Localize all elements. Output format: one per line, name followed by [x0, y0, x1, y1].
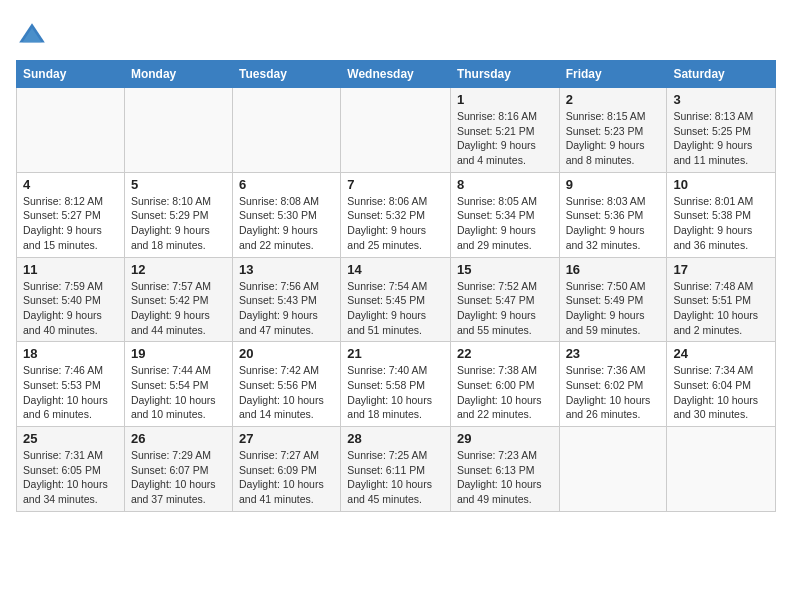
- empty-cell: [667, 427, 776, 512]
- weekday-header-saturday: Saturday: [667, 61, 776, 88]
- day-info: Sunrise: 7:25 AM Sunset: 6:11 PM Dayligh…: [347, 448, 444, 507]
- day-number: 2: [566, 92, 661, 107]
- day-number: 24: [673, 346, 769, 361]
- day-cell-4: 4Sunrise: 8:12 AM Sunset: 5:27 PM Daylig…: [17, 172, 125, 257]
- day-cell-14: 14Sunrise: 7:54 AM Sunset: 5:45 PM Dayli…: [341, 257, 451, 342]
- day-number: 9: [566, 177, 661, 192]
- empty-cell: [233, 88, 341, 173]
- day-info: Sunrise: 7:31 AM Sunset: 6:05 PM Dayligh…: [23, 448, 118, 507]
- day-info: Sunrise: 8:12 AM Sunset: 5:27 PM Dayligh…: [23, 194, 118, 253]
- day-cell-22: 22Sunrise: 7:38 AM Sunset: 6:00 PM Dayli…: [450, 342, 559, 427]
- day-cell-7: 7Sunrise: 8:06 AM Sunset: 5:32 PM Daylig…: [341, 172, 451, 257]
- logo-icon: [16, 20, 48, 52]
- week-row-3: 11Sunrise: 7:59 AM Sunset: 5:40 PM Dayli…: [17, 257, 776, 342]
- day-info: Sunrise: 7:38 AM Sunset: 6:00 PM Dayligh…: [457, 363, 553, 422]
- day-number: 5: [131, 177, 226, 192]
- day-info: Sunrise: 8:10 AM Sunset: 5:29 PM Dayligh…: [131, 194, 226, 253]
- day-cell-21: 21Sunrise: 7:40 AM Sunset: 5:58 PM Dayli…: [341, 342, 451, 427]
- day-info: Sunrise: 7:52 AM Sunset: 5:47 PM Dayligh…: [457, 279, 553, 338]
- day-number: 21: [347, 346, 444, 361]
- day-number: 29: [457, 431, 553, 446]
- empty-cell: [559, 427, 667, 512]
- day-number: 11: [23, 262, 118, 277]
- day-cell-17: 17Sunrise: 7:48 AM Sunset: 5:51 PM Dayli…: [667, 257, 776, 342]
- day-number: 25: [23, 431, 118, 446]
- day-info: Sunrise: 8:13 AM Sunset: 5:25 PM Dayligh…: [673, 109, 769, 168]
- day-number: 19: [131, 346, 226, 361]
- day-info: Sunrise: 7:40 AM Sunset: 5:58 PM Dayligh…: [347, 363, 444, 422]
- calendar-header: SundayMondayTuesdayWednesdayThursdayFrid…: [17, 61, 776, 88]
- day-number: 13: [239, 262, 334, 277]
- day-number: 1: [457, 92, 553, 107]
- day-number: 15: [457, 262, 553, 277]
- day-info: Sunrise: 8:01 AM Sunset: 5:38 PM Dayligh…: [673, 194, 769, 253]
- day-cell-27: 27Sunrise: 7:27 AM Sunset: 6:09 PM Dayli…: [233, 427, 341, 512]
- weekday-header-monday: Monday: [124, 61, 232, 88]
- day-cell-15: 15Sunrise: 7:52 AM Sunset: 5:47 PM Dayli…: [450, 257, 559, 342]
- day-cell-28: 28Sunrise: 7:25 AM Sunset: 6:11 PM Dayli…: [341, 427, 451, 512]
- day-number: 28: [347, 431, 444, 446]
- day-info: Sunrise: 7:56 AM Sunset: 5:43 PM Dayligh…: [239, 279, 334, 338]
- day-info: Sunrise: 7:34 AM Sunset: 6:04 PM Dayligh…: [673, 363, 769, 422]
- day-number: 16: [566, 262, 661, 277]
- calendar-body: 1Sunrise: 8:16 AM Sunset: 5:21 PM Daylig…: [17, 88, 776, 512]
- day-info: Sunrise: 8:15 AM Sunset: 5:23 PM Dayligh…: [566, 109, 661, 168]
- day-info: Sunrise: 7:46 AM Sunset: 5:53 PM Dayligh…: [23, 363, 118, 422]
- day-info: Sunrise: 7:59 AM Sunset: 5:40 PM Dayligh…: [23, 279, 118, 338]
- page-header: [16, 16, 776, 52]
- day-cell-25: 25Sunrise: 7:31 AM Sunset: 6:05 PM Dayli…: [17, 427, 125, 512]
- day-cell-23: 23Sunrise: 7:36 AM Sunset: 6:02 PM Dayli…: [559, 342, 667, 427]
- day-cell-26: 26Sunrise: 7:29 AM Sunset: 6:07 PM Dayli…: [124, 427, 232, 512]
- day-cell-20: 20Sunrise: 7:42 AM Sunset: 5:56 PM Dayli…: [233, 342, 341, 427]
- empty-cell: [17, 88, 125, 173]
- day-info: Sunrise: 8:06 AM Sunset: 5:32 PM Dayligh…: [347, 194, 444, 253]
- day-cell-11: 11Sunrise: 7:59 AM Sunset: 5:40 PM Dayli…: [17, 257, 125, 342]
- week-row-1: 1Sunrise: 8:16 AM Sunset: 5:21 PM Daylig…: [17, 88, 776, 173]
- logo: [16, 20, 52, 52]
- day-number: 17: [673, 262, 769, 277]
- day-number: 20: [239, 346, 334, 361]
- day-cell-12: 12Sunrise: 7:57 AM Sunset: 5:42 PM Dayli…: [124, 257, 232, 342]
- day-number: 12: [131, 262, 226, 277]
- day-number: 22: [457, 346, 553, 361]
- day-info: Sunrise: 8:16 AM Sunset: 5:21 PM Dayligh…: [457, 109, 553, 168]
- weekday-header-friday: Friday: [559, 61, 667, 88]
- empty-cell: [341, 88, 451, 173]
- week-row-2: 4Sunrise: 8:12 AM Sunset: 5:27 PM Daylig…: [17, 172, 776, 257]
- week-row-5: 25Sunrise: 7:31 AM Sunset: 6:05 PM Dayli…: [17, 427, 776, 512]
- day-number: 26: [131, 431, 226, 446]
- day-cell-29: 29Sunrise: 7:23 AM Sunset: 6:13 PM Dayli…: [450, 427, 559, 512]
- day-number: 3: [673, 92, 769, 107]
- day-cell-8: 8Sunrise: 8:05 AM Sunset: 5:34 PM Daylig…: [450, 172, 559, 257]
- day-info: Sunrise: 7:57 AM Sunset: 5:42 PM Dayligh…: [131, 279, 226, 338]
- weekday-header-row: SundayMondayTuesdayWednesdayThursdayFrid…: [17, 61, 776, 88]
- weekday-header-sunday: Sunday: [17, 61, 125, 88]
- day-cell-3: 3Sunrise: 8:13 AM Sunset: 5:25 PM Daylig…: [667, 88, 776, 173]
- day-number: 6: [239, 177, 334, 192]
- day-number: 10: [673, 177, 769, 192]
- day-cell-2: 2Sunrise: 8:15 AM Sunset: 5:23 PM Daylig…: [559, 88, 667, 173]
- day-cell-9: 9Sunrise: 8:03 AM Sunset: 5:36 PM Daylig…: [559, 172, 667, 257]
- day-info: Sunrise: 7:48 AM Sunset: 5:51 PM Dayligh…: [673, 279, 769, 338]
- day-cell-16: 16Sunrise: 7:50 AM Sunset: 5:49 PM Dayli…: [559, 257, 667, 342]
- day-number: 27: [239, 431, 334, 446]
- day-cell-13: 13Sunrise: 7:56 AM Sunset: 5:43 PM Dayli…: [233, 257, 341, 342]
- calendar-table: SundayMondayTuesdayWednesdayThursdayFrid…: [16, 60, 776, 512]
- day-info: Sunrise: 8:03 AM Sunset: 5:36 PM Dayligh…: [566, 194, 661, 253]
- day-cell-6: 6Sunrise: 8:08 AM Sunset: 5:30 PM Daylig…: [233, 172, 341, 257]
- day-number: 7: [347, 177, 444, 192]
- day-info: Sunrise: 7:27 AM Sunset: 6:09 PM Dayligh…: [239, 448, 334, 507]
- day-number: 23: [566, 346, 661, 361]
- day-number: 14: [347, 262, 444, 277]
- day-cell-19: 19Sunrise: 7:44 AM Sunset: 5:54 PM Dayli…: [124, 342, 232, 427]
- day-info: Sunrise: 7:36 AM Sunset: 6:02 PM Dayligh…: [566, 363, 661, 422]
- day-info: Sunrise: 7:23 AM Sunset: 6:13 PM Dayligh…: [457, 448, 553, 507]
- day-info: Sunrise: 7:29 AM Sunset: 6:07 PM Dayligh…: [131, 448, 226, 507]
- day-number: 8: [457, 177, 553, 192]
- day-cell-5: 5Sunrise: 8:10 AM Sunset: 5:29 PM Daylig…: [124, 172, 232, 257]
- day-info: Sunrise: 8:08 AM Sunset: 5:30 PM Dayligh…: [239, 194, 334, 253]
- day-number: 4: [23, 177, 118, 192]
- day-info: Sunrise: 7:50 AM Sunset: 5:49 PM Dayligh…: [566, 279, 661, 338]
- empty-cell: [124, 88, 232, 173]
- day-cell-1: 1Sunrise: 8:16 AM Sunset: 5:21 PM Daylig…: [450, 88, 559, 173]
